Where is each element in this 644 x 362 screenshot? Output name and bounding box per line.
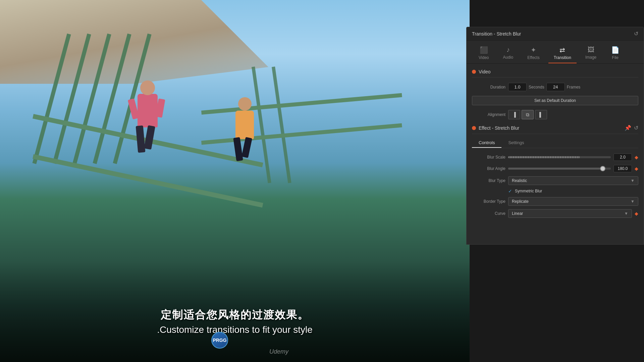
symmetric-blur-row: ✓ Symmetric Blur — [472, 188, 638, 194]
panel-tabs: ⬛ Video ♪ Audio ✦ Effects ⇄ Transition 🖼… — [467, 41, 644, 64]
panel-content: Video Duration Seconds Frames Set as Def… — [467, 64, 644, 227]
blur-scale-fill — [508, 156, 580, 158]
duration-label: Duration — [472, 85, 505, 89]
align-right-button[interactable]: ▌ — [535, 110, 547, 119]
frames-value-input[interactable] — [546, 83, 565, 91]
effect-tab-controls[interactable]: Controls — [472, 138, 501, 148]
tab-effects[interactable]: ✦ Effects — [522, 43, 545, 63]
curve-label: Curve — [472, 211, 505, 216]
border-type-dropdown[interactable]: Replicate ▼ — [508, 197, 638, 206]
tab-transition-label: Transition — [554, 55, 571, 60]
blur-type-arrow-icon: ▼ — [631, 178, 635, 183]
transition-tab-icon: ⇄ — [559, 46, 565, 54]
curve-arrow-icon: ▼ — [624, 211, 628, 216]
blur-scale-row: Blur Scale ◆ — [472, 154, 638, 161]
image-tab-icon: 🖼 — [588, 46, 594, 54]
effect-pin-icon[interactable]: 📌 — [625, 125, 631, 131]
duration-inputs: Seconds Frames — [508, 83, 638, 91]
duration-unit-label: Seconds — [529, 85, 544, 89]
video-section-dot — [472, 70, 476, 74]
blur-angle-fill — [508, 168, 600, 170]
blur-angle-diamond-icon[interactable]: ◆ — [635, 166, 638, 171]
frames-label: Frames — [567, 85, 581, 89]
blur-type-value: Realistic — [512, 178, 527, 183]
tab-image[interactable]: 🖼 Image — [580, 43, 602, 63]
blur-angle-track[interactable] — [508, 168, 611, 170]
align-left-button[interactable]: ▐ — [508, 110, 520, 119]
effect-tab-settings[interactable]: Settings — [501, 138, 531, 148]
blur-scale-track[interactable] — [508, 156, 611, 158]
blur-scale-label: Blur Scale — [472, 155, 505, 160]
blur-angle-thumb — [600, 166, 605, 171]
subtitle-chinese: 定制适合您风格的过渡效果。 — [0, 308, 470, 322]
subtitle-area: 定制适合您风格的过渡效果。 .Customize transitions to … — [0, 308, 470, 335]
border-type-label: Border Type — [472, 199, 505, 204]
tab-transition[interactable]: ⇄ Transition — [548, 43, 577, 63]
effect-header: Effect - Stretch Blur 📌 ↺ — [472, 125, 638, 134]
border-type-row: Border Type Replicate ▼ — [472, 197, 638, 206]
video-preview: 定制适合您风格的过渡效果。 .Customize transitions to … — [0, 0, 470, 362]
alignment-label: Alignment — [472, 112, 505, 117]
blur-scale-diamond-icon[interactable]: ◆ — [635, 155, 638, 160]
tab-effects-label: Effects — [527, 55, 539, 60]
udemy-badge: Udemy — [269, 348, 288, 355]
effect-header-left: Effect - Stretch Blur — [472, 125, 519, 131]
effect-tabs: Controls Settings — [472, 138, 638, 148]
panel-title-text: Transition - Stretch Blur — [472, 31, 521, 37]
blur-angle-label: Blur Angle — [472, 166, 505, 171]
alignment-row: Alignment ▐ ⧉ ▌ — [472, 110, 638, 119]
tab-audio[interactable]: ♪ Audio — [497, 43, 519, 63]
align-center-button[interactable]: ⧉ — [522, 110, 534, 119]
subtitle-english: .Customize transitions to fit your style — [0, 324, 470, 335]
audio-tab-icon: ♪ — [506, 46, 510, 54]
duration-value-input[interactable] — [508, 83, 527, 91]
blur-type-dropdown[interactable]: Realistic ▼ — [508, 176, 638, 185]
curve-row: Curve Linear ▼ ◆ — [472, 209, 638, 218]
video-tab-icon: ⬛ — [480, 46, 488, 54]
tab-file-label: File — [612, 55, 619, 60]
panel-title: Transition - Stretch Blur ↺ — [467, 27, 644, 41]
video-section-title: Video — [479, 69, 491, 74]
curve-value: Linear — [512, 211, 523, 216]
tab-file[interactable]: 📄 File — [605, 43, 625, 63]
blur-angle-row: Blur Angle ◆ — [472, 165, 638, 172]
watermark: PRGG — [211, 332, 228, 349]
blur-type-row: Blur Type Realistic ▼ — [472, 176, 638, 185]
border-type-arrow-icon: ▼ — [631, 199, 635, 204]
right-panel: Transition - Stretch Blur ↺ ⬛ Video ♪ Au… — [466, 27, 644, 245]
curve-diamond-icon[interactable]: ◆ — [635, 211, 638, 216]
effect-reset-icon[interactable]: ↺ — [634, 125, 638, 131]
blur-type-label: Blur Type — [472, 178, 505, 183]
tab-audio-label: Audio — [503, 55, 513, 60]
tab-video-label: Video — [479, 55, 489, 60]
effect-header-right: 📌 ↺ — [625, 125, 638, 131]
effect-section-title: Effect - Stretch Blur — [479, 125, 519, 131]
tab-video[interactable]: ⬛ Video — [473, 43, 494, 63]
border-type-value: Replicate — [512, 199, 529, 204]
effect-section: Effect - Stretch Blur 📌 ↺ Controls Setti… — [472, 125, 638, 218]
watermark-logo: PRGG — [211, 332, 228, 349]
blur-angle-value[interactable] — [613, 165, 632, 172]
alignment-buttons: ▐ ⧉ ▌ — [508, 110, 547, 119]
curve-dropdown[interactable]: Linear ▼ — [508, 209, 632, 218]
symmetric-blur-label: Symmetric Blur — [515, 189, 542, 193]
panel-reset-icon[interactable]: ↺ — [634, 31, 638, 37]
symmetric-blur-check-icon[interactable]: ✓ — [508, 188, 512, 194]
default-duration-button[interactable]: Set as Default Duration — [472, 96, 638, 105]
blur-scale-value[interactable] — [613, 154, 632, 161]
effects-tab-icon: ✦ — [531, 46, 536, 54]
video-section-header: Video — [472, 69, 638, 77]
duration-row: Duration Seconds Frames — [472, 83, 638, 91]
effect-section-dot — [472, 126, 476, 130]
file-tab-icon: 📄 — [611, 46, 620, 54]
tab-image-label: Image — [585, 55, 596, 60]
watermark-text: PRGG — [213, 338, 226, 343]
